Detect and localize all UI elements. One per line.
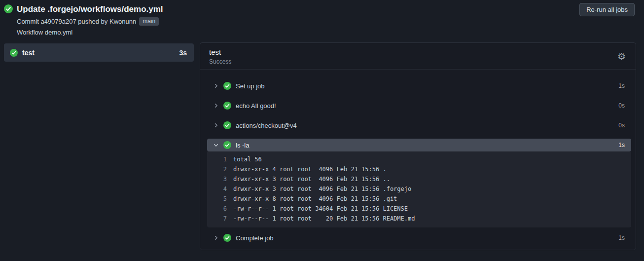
job-name: test — [22, 49, 175, 57]
log-line-text: -rw-r--r-- 1 root root 34604 Feb 21 15:5… — [233, 205, 408, 212]
check-circle-icon — [223, 102, 231, 110]
workflow-line: Workflow demo.yml — [17, 29, 163, 36]
log-line: 2 drwxr-xr-x 4 root root 4096 Feb 21 15:… — [207, 164, 631, 174]
log-line-text: -rw-r--r-- 1 root root 20 Feb 21 15:56 R… — [233, 215, 415, 222]
rerun-all-jobs-button[interactable]: Re-run all jobs — [579, 3, 635, 16]
log-line-text: drwxr-xr-x 3 root root 4096 Feb 21 15:56… — [233, 176, 390, 183]
step-row-checkout[interactable]: actions/checkout@v4 0s — [207, 119, 631, 132]
step-row-echo[interactable]: echo All good! 0s — [207, 99, 631, 112]
sidebar-item-job-test[interactable]: test 3s — [4, 43, 194, 62]
job-title: test — [209, 48, 627, 57]
job-status: Success — [209, 58, 627, 65]
log-line: 4 drwxr-xr-x 3 root root 4096 Feb 21 15:… — [207, 184, 631, 194]
job-duration: 3s — [179, 49, 187, 57]
commit-sha-link[interactable]: a49079a207 — [40, 18, 76, 25]
log-line-number[interactable]: 6 — [207, 205, 227, 212]
log-line-text: drwxr-xr-x 4 root root 4096 Feb 21 15:56… — [233, 166, 387, 173]
step-row-complete-job[interactable]: Complete job 1s — [207, 231, 631, 244]
chevron-right-icon — [213, 235, 219, 241]
log-line-number[interactable]: 4 — [207, 186, 227, 192]
check-circle-icon — [223, 121, 231, 129]
chevron-right-icon — [213, 122, 219, 128]
log-line: 5 drwxr-xr-x 8 root root 4096 Feb 21 15:… — [207, 194, 631, 204]
step-log-output: 1 total 56 2 drwxr-xr-x 4 root root 4096… — [207, 151, 631, 227]
step-label: actions/checkout@v4 — [236, 122, 614, 129]
log-line: 7 -rw-r--r-- 1 root root 20 Feb 21 15:56… — [207, 214, 631, 224]
log-line-number[interactable]: 2 — [207, 166, 227, 173]
log-line-number[interactable]: 5 — [207, 195, 227, 202]
workflow-run-page: Update .forgejo/workflows/demo.yml Commi… — [0, 0, 644, 261]
chevron-down-icon — [213, 142, 219, 148]
workflow-name: demo.yml — [45, 29, 72, 36]
log-line-number[interactable]: 7 — [207, 215, 227, 222]
branch-badge[interactable]: main — [139, 17, 159, 26]
step-label: Set up job — [236, 82, 614, 90]
chevron-right-icon — [213, 83, 219, 89]
log-line: 3 drwxr-xr-x 3 root root 4096 Feb 21 15:… — [207, 174, 631, 184]
step-label: echo All good! — [236, 102, 614, 110]
step-row-setup-job[interactable]: Set up job 1s — [207, 79, 631, 92]
log-line-text: drwxr-xr-x 3 root root 4096 Feb 21 15:56… — [233, 186, 411, 192]
log-line-number[interactable]: 3 — [207, 176, 227, 183]
step-label: ls -la — [236, 142, 614, 149]
check-circle-icon — [223, 141, 231, 149]
run-header: Update .forgejo/workflows/demo.yml Commi… — [4, 4, 163, 36]
check-circle-icon — [223, 82, 231, 90]
check-circle-icon — [10, 49, 18, 57]
step-duration: 1s — [618, 234, 625, 241]
commit-line: Commit a49079a207 pushed by Kwonunn main — [17, 17, 163, 26]
run-header-text: Update .forgejo/workflows/demo.yml Commi… — [17, 4, 163, 36]
log-line-text: total 56 — [233, 156, 262, 163]
log-line: 1 total 56 — [207, 154, 631, 164]
step-duration: 1s — [618, 142, 625, 149]
step-duration: 0s — [618, 102, 625, 109]
job-panel-header: test Success ⚙ — [200, 43, 636, 70]
step-list: Set up job 1s echo All good! 0s actions/… — [200, 70, 636, 244]
log-line-text: drwxr-xr-x 8 root root 4096 Feb 21 15:56… — [233, 195, 397, 202]
workflow-label: Workflow — [17, 29, 43, 36]
step-duration: 1s — [618, 82, 625, 89]
step-label: Complete job — [236, 234, 614, 242]
commit-middle: pushed by — [78, 18, 107, 25]
step-row-ls-la[interactable]: ls -la 1s — [207, 139, 631, 151]
gear-icon[interactable]: ⚙ — [617, 51, 626, 61]
commit-label: Commit — [17, 18, 39, 25]
check-circle-icon — [4, 4, 13, 36]
commit-author-link[interactable]: Kwonunn — [109, 18, 136, 25]
job-panel: test Success ⚙ Set up job 1s echo All go… — [200, 42, 636, 250]
log-line-number[interactable]: 1 — [207, 156, 227, 163]
step-duration: 0s — [618, 122, 625, 129]
check-circle-icon — [223, 234, 231, 242]
log-line: 6 -rw-r--r-- 1 root root 34604 Feb 21 15… — [207, 204, 631, 214]
run-title: Update .forgejo/workflows/demo.yml — [17, 4, 163, 14]
chevron-right-icon — [213, 103, 219, 109]
